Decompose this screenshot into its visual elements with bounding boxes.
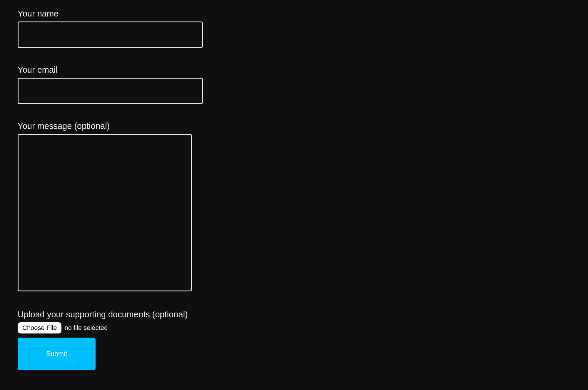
message-label: Your message (optional) [18, 121, 570, 131]
choose-file-button[interactable]: Choose File [18, 322, 61, 333]
file-status-text: no file selected [64, 324, 108, 332]
submit-button[interactable]: Submit [18, 338, 96, 370]
upload-field-group: Upload your supporting documents (option… [18, 310, 570, 370]
email-label: Your email [18, 65, 570, 75]
email-field-group: Your email [18, 65, 570, 104]
message-input[interactable] [18, 134, 192, 291]
name-input[interactable] [18, 21, 203, 48]
name-field-group: Your name [18, 9, 570, 48]
upload-label: Upload your supporting documents (option… [18, 310, 570, 319]
email-input[interactable] [18, 78, 203, 104]
name-label: Your name [18, 9, 570, 19]
message-field-group: Your message (optional) [18, 121, 570, 293]
file-input-row: Choose File no file selected [18, 322, 570, 333]
contact-form: Your name Your email Your message (optio… [18, 9, 570, 370]
